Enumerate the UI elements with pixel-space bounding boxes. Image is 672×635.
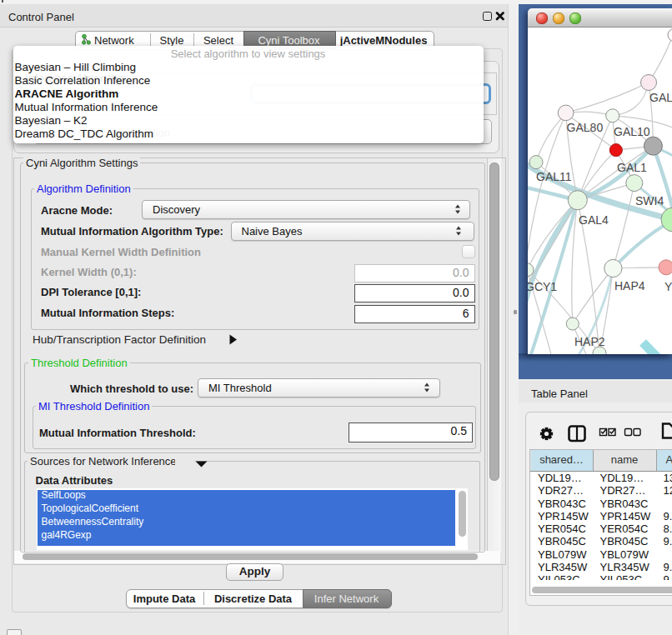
svg-text:GAL10: GAL10 [614, 125, 650, 138]
svg-text:Y: Y [664, 280, 672, 293]
svg-text:SWI4: SWI4 [635, 194, 664, 208]
svg-text:GAL7: GAL7 [649, 91, 672, 104]
svg-text:HAP4: HAP4 [614, 279, 645, 292]
svg-text:GAL1: GAL1 [617, 161, 647, 174]
svg-text:GAL11: GAL11 [536, 170, 572, 183]
svg-text:GAL4: GAL4 [579, 213, 609, 227]
svg-text:GCY1: GCY1 [528, 280, 557, 293]
svg-text:GAL80: GAL80 [567, 121, 604, 134]
svg-text:HAP2: HAP2 [574, 335, 605, 348]
